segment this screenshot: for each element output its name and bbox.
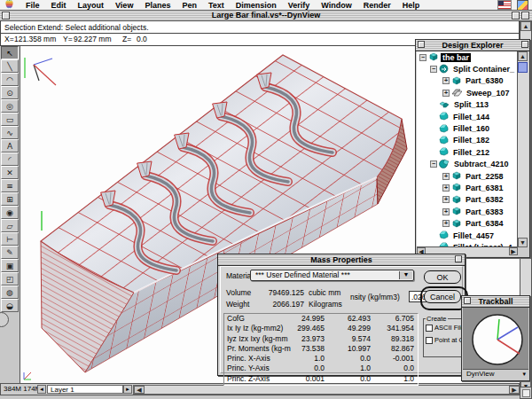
text-tool[interactable]: A [1,139,19,153]
sketch-knife-tool[interactable]: ✎ [1,246,19,259]
tree-item-sweep-107[interactable]: + Sweep_107 [417,87,517,98]
menu-edit[interactable]: Edit [51,1,66,10]
keyboard-flag-icon[interactable] [497,0,512,10]
tree-item-fillet-144[interactable]: Fillet_144 [417,111,517,122]
collapse-icon[interactable]: − [430,66,437,73]
tree-item-part-6380[interactable]: + Part_6380 [417,75,517,87]
dimension-tool[interactable]: ⊢ [1,232,19,246]
solid-blend-tool[interactable]: ◒ [1,299,19,312]
collapse-icon[interactable]: − [419,54,426,61]
design-explorer-title-bar[interactable]: Design Explorer [416,40,529,51]
trackball-body[interactable] [463,308,528,369]
menu-text[interactable]: Text [208,1,224,10]
tree-item-part-6384[interactable]: + Part_6384 [417,217,517,229]
application-menu-icon[interactable] [517,0,528,11]
circle-tool[interactable]: ⊙ [1,86,19,99]
design-explorer-tree[interactable]: − the bar − Split Container_ + Part_6380… [417,51,518,247]
trackball-sphere[interactable] [463,308,530,371]
zoom-box[interactable] [512,12,520,20]
design-explorer-vscrollbar[interactable]: ▲ ▼ [517,51,528,247]
collapse-icon[interactable]: − [430,160,437,168]
expand-icon[interactable]: + [442,196,450,203]
menu-render[interactable]: Render [364,1,391,10]
scroll-right-arrow[interactable]: ▶ [509,247,518,255]
trackball-view-popup[interactable]: DynView [463,369,528,379]
mass-properties-dialog: Mass Properties Material *** User Define… [217,254,466,376]
menu-dimension[interactable]: Dimension [236,1,277,10]
menu-file[interactable]: File [26,1,40,10]
chevron-down-icon: ▼ [399,271,412,279]
expand-icon[interactable]: + [442,184,450,192]
palette-splitter-knob[interactable] [0,312,9,327]
trackball-title-bar[interactable]: Trackball [462,296,529,308]
expand-icon[interactable]: + [442,90,450,97]
polygon-tool[interactable]: ▱ [1,219,19,232]
solid-round-tool[interactable]: ◍ [1,286,19,299]
dialog-title-bar[interactable]: Mass Properties [218,254,465,266]
solid-edit-tool[interactable]: ◰ [1,272,19,286]
tree-item-fillet-4457[interactable]: Fillet_4457 [417,230,517,241]
expand-icon[interactable]: + [442,220,450,227]
tree-item-subtract-4210[interactable]: − Subtract_4210 [417,159,517,170]
scroll-left-arrow[interactable]: ◀ [134,386,145,394]
trim-tool[interactable]: ✕ [1,166,19,179]
cancel-button[interactable]: Cancel [424,290,461,303]
scroll-down-arrow[interactable]: ▼ [518,238,528,247]
apple-menu[interactable] [5,0,14,11]
menu-verify[interactable]: Verify [288,1,310,10]
expand-icon[interactable]: + [442,208,450,215]
menu-layout[interactable]: Layout [78,1,105,10]
y-value[interactable]: 92.227 mm [74,34,112,45]
expand-icon[interactable]: + [442,77,450,84]
menu-planes[interactable]: Planes [145,1,170,10]
scroll-up-arrow[interactable]: ▲ [520,21,531,31]
scroll-up-arrow[interactable]: ▲ [518,51,528,61]
layer-next-arrow[interactable]: ► [123,385,132,394]
checkbox-icon[interactable] [426,337,433,344]
tree-item-fillet-160[interactable]: Fillet_160 [417,122,517,134]
conic-tool[interactable]: ◎ [1,99,19,113]
z-value[interactable]: 0.0 [137,34,147,45]
expand-icon[interactable]: + [442,173,450,180]
menu-pen[interactable]: Pen [182,1,197,10]
scroll-thumb[interactable] [518,62,528,73]
collapse-box[interactable] [455,255,462,262]
solid-cube-icon [451,170,461,182]
spline-tool[interactable]: ∿ [1,126,19,139]
menu-help[interactable]: Help [403,1,420,10]
menu-view[interactable]: View [115,1,133,10]
select-arrow-tool[interactable]: ↖ [1,46,19,59]
arc-tool[interactable]: ◠ [1,73,19,86]
point-at-cg-option[interactable]: Point at C.G. [426,336,466,344]
checkbox-icon[interactable] [426,325,433,332]
fillet-tool[interactable]: ◜ [1,153,19,166]
solid-box-tool[interactable]: ▣ [1,259,19,272]
horizontal-scrollbar[interactable]: ◀ ▶ [133,385,520,395]
ok-button[interactable]: OK [424,270,461,284]
line-tool[interactable]: ╲ [1,59,19,73]
tree-item-part-6382[interactable]: + Part_6382 [417,194,517,206]
menu-window[interactable]: Window [321,1,351,10]
solid-cube-icon [451,206,461,217]
zoom-box[interactable] [521,41,528,48]
offset-tool[interactable]: ≡ [1,179,19,192]
layer-prev-arrow[interactable]: ◄ [37,385,46,394]
material-dropdown[interactable]: *** User Defined Material *** ▼ [250,270,414,281]
tree-item-split-container[interactable]: − Split Container_ [417,63,517,74]
layer-popup[interactable]: Layer 1 [47,385,123,394]
tree-item-fillet-212[interactable]: Fillet_212 [417,146,517,158]
tree-item-part-6381[interactable]: + Part_6381 [417,182,517,193]
tree-item-fillet-182[interactable]: Fillet_182 [417,135,517,146]
tree-item-the-bar[interactable]: − the bar [417,51,517,63]
zoom-tool[interactable]: ◉ [1,206,19,219]
scroll-right-arrow[interactable]: ▶ [509,386,520,394]
collapse-box[interactable] [521,12,529,20]
view-cube-tool[interactable]: ⊞ [1,192,19,206]
tree-item-part-2258[interactable]: + Part_2258 [417,170,517,182]
tree-item-split-113[interactable]: Split_113 [417,99,517,111]
window-grow-box[interactable] [520,387,532,399]
ascii-file-option[interactable]: ASCII File [426,324,466,332]
tree-item-part-6383[interactable]: + Part_6383 [417,206,517,217]
rectangle-tool[interactable]: ▭ [1,113,19,126]
x-value[interactable]: 121.358 mm [14,34,56,45]
